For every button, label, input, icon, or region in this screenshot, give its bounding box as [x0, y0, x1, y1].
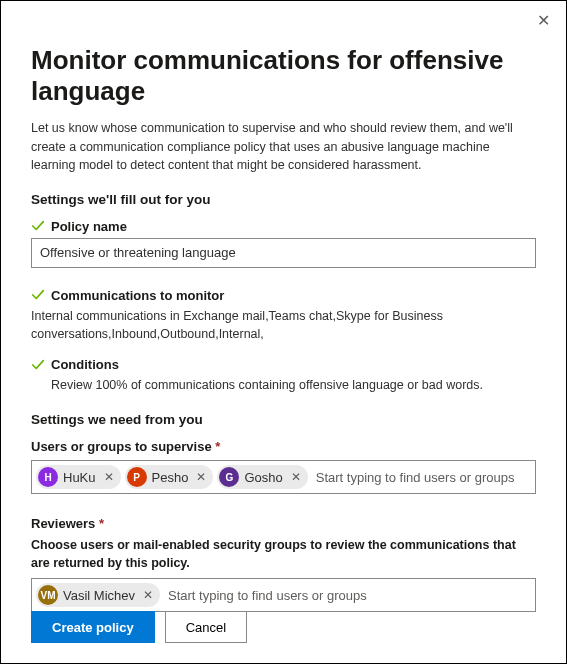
reviewers-input[interactable]: VM Vasil Michev ✕	[31, 578, 536, 612]
comms-description: Internal communications in Exchange mail…	[31, 307, 536, 343]
policy-name-label: Policy name	[51, 219, 127, 234]
intro-text: Let us know whose communication to super…	[31, 119, 536, 173]
cancel-button[interactable]: Cancel	[165, 611, 247, 643]
avatar: G	[219, 467, 239, 487]
reviewers-label-text: Reviewers	[31, 516, 95, 531]
chip-remove-icon[interactable]: ✕	[101, 470, 117, 484]
chip-label: HuKu	[63, 470, 96, 485]
policy-name-input[interactable]	[31, 238, 536, 268]
chip-label: Vasil Michev	[63, 588, 135, 603]
user-chip[interactable]: G Gosho ✕	[217, 465, 307, 489]
dialog-body: Monitor communications for offensive lan…	[1, 1, 566, 632]
avatar: P	[127, 467, 147, 487]
chip-label: Gosho	[244, 470, 282, 485]
user-chip[interactable]: P Pesho ✕	[125, 465, 214, 489]
comms-row: Communications to monitor	[31, 288, 536, 303]
checkmark-icon	[31, 219, 45, 233]
checkmark-icon	[31, 288, 45, 302]
avatar: H	[38, 467, 58, 487]
user-chip[interactable]: H HuKu ✕	[36, 465, 121, 489]
chip-remove-icon[interactable]: ✕	[140, 588, 156, 602]
policy-name-row: Policy name	[31, 219, 536, 234]
section-need-heading: Settings we need from you	[31, 412, 536, 427]
required-mark: *	[99, 516, 104, 531]
supervise-input[interactable]: H HuKu ✕ P Pesho ✕ G Gosho ✕	[31, 460, 536, 494]
button-row: Create policy Cancel	[31, 611, 247, 643]
reviewers-help: Choose users or mail-enabled security gr…	[31, 537, 536, 572]
chip-label: Pesho	[152, 470, 189, 485]
checkmark-icon	[31, 358, 45, 372]
reviewers-label: Reviewers *	[31, 516, 536, 531]
conditions-label: Conditions	[51, 357, 119, 372]
conditions-row: Conditions	[31, 357, 536, 372]
close-icon[interactable]: ✕	[537, 13, 550, 29]
chip-remove-icon[interactable]: ✕	[288, 470, 304, 484]
chip-remove-icon[interactable]: ✕	[193, 470, 209, 484]
comms-label: Communications to monitor	[51, 288, 224, 303]
supervise-label-text: Users or groups to supervise	[31, 439, 212, 454]
supervise-text-field[interactable]	[312, 465, 531, 489]
avatar: VM	[38, 585, 58, 605]
conditions-description: Review 100% of communications containing…	[31, 376, 536, 394]
section-prefilled-heading: Settings we'll fill out for you	[31, 192, 536, 207]
required-mark: *	[215, 439, 220, 454]
create-policy-button[interactable]: Create policy	[31, 611, 155, 643]
user-chip[interactable]: VM Vasil Michev ✕	[36, 583, 160, 607]
page-title: Monitor communications for offensive lan…	[31, 45, 536, 107]
supervise-label: Users or groups to supervise *	[31, 439, 536, 454]
reviewers-text-field[interactable]	[164, 583, 531, 607]
